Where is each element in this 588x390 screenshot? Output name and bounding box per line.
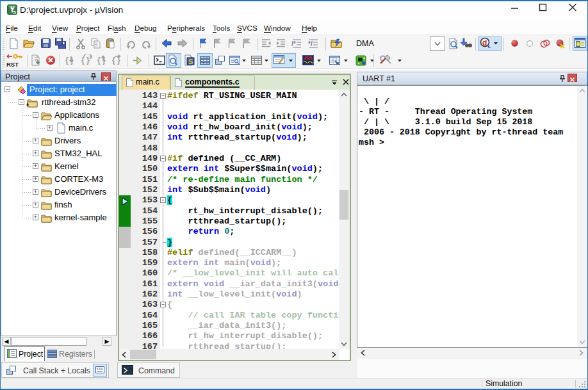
svg-text:{ }: { } bbox=[81, 56, 90, 65]
svg-text:*/: */ bbox=[308, 40, 313, 47]
svg-text:*: * bbox=[26, 102, 29, 108]
svg-text:S: S bbox=[188, 58, 193, 65]
svg-text:/*: /* bbox=[291, 40, 296, 47]
svg-text:5: 5 bbox=[13, 10, 16, 15]
svg-text:d: d bbox=[482, 38, 487, 47]
svg-text:RST: RST bbox=[6, 61, 19, 68]
